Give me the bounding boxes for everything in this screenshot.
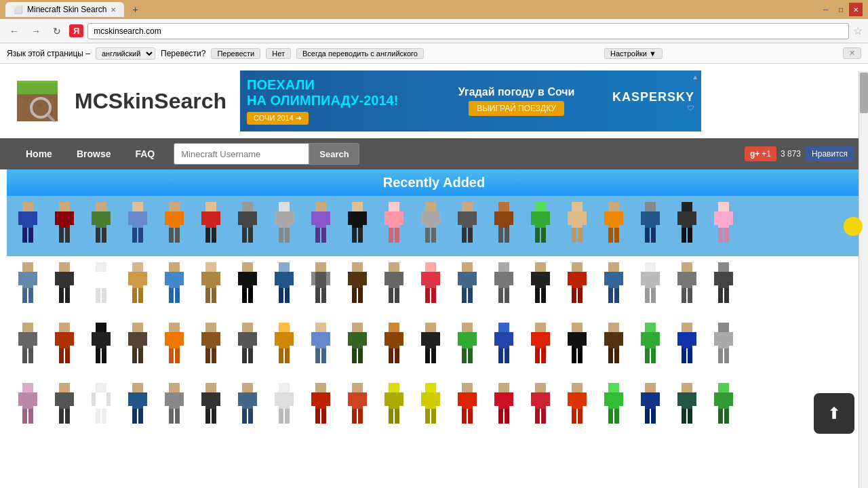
skin-item[interactable] <box>302 197 339 255</box>
skin-item[interactable] <box>632 258 669 315</box>
skin-item[interactable] <box>193 258 229 315</box>
skin-item[interactable] <box>193 318 229 375</box>
skin-item[interactable] <box>266 378 302 436</box>
forward-btn[interactable]: → <box>27 24 45 38</box>
skin-item[interactable] <box>193 197 229 255</box>
translate-settings-btn[interactable]: Настройки ▼ <box>604 48 663 59</box>
skin-item[interactable] <box>193 378 229 436</box>
skin-item[interactable] <box>46 378 83 436</box>
skin-item[interactable] <box>119 318 156 375</box>
skin-item[interactable] <box>705 378 742 436</box>
fb-like-btn[interactable]: Нравится <box>805 146 854 161</box>
skin-item[interactable] <box>412 258 449 315</box>
nav-home[interactable]: Home <box>14 140 64 167</box>
minimize-btn[interactable]: ─ <box>819 3 833 16</box>
skin-item[interactable] <box>376 197 412 255</box>
skin-item[interactable] <box>632 197 669 255</box>
skin-item[interactable] <box>302 318 339 375</box>
skin-item[interactable] <box>595 378 632 436</box>
skin-item[interactable] <box>339 378 376 436</box>
skin-item[interactable] <box>83 378 119 436</box>
skin-item[interactable] <box>119 197 156 255</box>
close-btn[interactable]: ✕ <box>849 3 863 16</box>
address-input[interactable] <box>87 23 849 39</box>
skin-item[interactable] <box>83 197 119 255</box>
skin-item[interactable] <box>9 258 46 315</box>
skin-item[interactable] <box>632 378 669 436</box>
skin-item[interactable] <box>9 197 46 255</box>
skin-item[interactable] <box>266 258 302 315</box>
skin-item[interactable] <box>412 378 449 436</box>
skin-item[interactable] <box>705 318 742 375</box>
translate-no-btn[interactable]: Нет <box>266 48 291 59</box>
skin-item[interactable] <box>229 318 266 375</box>
skin-item[interactable] <box>559 197 595 255</box>
translate-always-btn[interactable]: Всегда переводить с английского <box>296 48 424 59</box>
bookmark-btn[interactable]: ☆ <box>853 24 863 37</box>
skin-item[interactable] <box>266 197 302 255</box>
skin-item[interactable] <box>156 378 193 436</box>
skin-item[interactable] <box>339 197 376 255</box>
skin-item[interactable] <box>705 258 742 315</box>
translate-btn[interactable]: Перевести <box>211 48 260 59</box>
skin-item[interactable] <box>412 318 449 375</box>
skin-item[interactable] <box>522 258 559 315</box>
browser-tab[interactable]: ⬜ Minecraft Skin Search ✕ <box>5 2 124 17</box>
skin-item[interactable] <box>412 197 449 255</box>
skin-item[interactable] <box>302 258 339 315</box>
skin-item[interactable] <box>83 318 119 375</box>
skin-item[interactable] <box>46 197 83 255</box>
skin-item[interactable] <box>156 318 193 375</box>
skin-item[interactable] <box>595 258 632 315</box>
ad-close[interactable]: ▲ <box>692 73 698 81</box>
skin-item[interactable] <box>486 197 522 255</box>
skin-item[interactable] <box>486 318 522 375</box>
skin-item[interactable] <box>595 197 632 255</box>
scroll-to-top-btn[interactable]: ⬆ <box>814 393 854 434</box>
skin-item[interactable] <box>559 258 595 315</box>
gplus-btn[interactable]: g+ +1 <box>745 146 776 161</box>
skin-item[interactable] <box>449 258 486 315</box>
skin-item[interactable] <box>156 197 193 255</box>
skin-item[interactable] <box>705 197 742 255</box>
skin-item[interactable] <box>83 258 119 315</box>
skin-item[interactable] <box>376 378 412 436</box>
skin-item[interactable] <box>522 378 559 436</box>
new-tab-btn[interactable]: + <box>127 1 143 18</box>
search-button[interactable]: Search <box>309 143 359 165</box>
skin-item[interactable] <box>376 318 412 375</box>
skin-item[interactable] <box>9 318 46 375</box>
skin-item[interactable] <box>669 318 705 375</box>
skin-item[interactable] <box>486 378 522 436</box>
skin-item[interactable] <box>229 258 266 315</box>
scroll-thumb[interactable] <box>860 73 868 113</box>
skin-item[interactable] <box>522 197 559 255</box>
skin-item[interactable] <box>669 378 705 436</box>
nav-browse[interactable]: Browse <box>64 140 123 167</box>
skin-item[interactable] <box>46 258 83 315</box>
translate-lang-select[interactable]: английский <box>96 47 155 60</box>
skin-item[interactable] <box>486 258 522 315</box>
tab-close-btn[interactable]: ✕ <box>111 6 116 14</box>
skin-item[interactable] <box>339 318 376 375</box>
search-input[interactable] <box>174 143 309 165</box>
skin-item[interactable] <box>449 318 486 375</box>
skin-item[interactable] <box>449 197 486 255</box>
skin-item[interactable] <box>376 258 412 315</box>
skin-item[interactable] <box>119 378 156 436</box>
skin-item[interactable] <box>156 258 193 315</box>
nav-faq[interactable]: FAQ <box>123 140 167 167</box>
back-btn[interactable]: ← <box>5 24 23 38</box>
skin-item[interactable] <box>669 197 705 255</box>
refresh-btn[interactable]: ↻ <box>49 24 65 38</box>
skin-item[interactable] <box>119 258 156 315</box>
skin-item[interactable] <box>632 318 669 375</box>
skin-item[interactable] <box>266 318 302 375</box>
skin-item[interactable] <box>46 318 83 375</box>
skin-item[interactable] <box>595 318 632 375</box>
skin-item[interactable] <box>522 318 559 375</box>
skin-item[interactable] <box>559 378 595 436</box>
scrollbar[interactable] <box>859 71 868 488</box>
skin-item[interactable] <box>559 318 595 375</box>
skin-item[interactable] <box>669 258 705 315</box>
